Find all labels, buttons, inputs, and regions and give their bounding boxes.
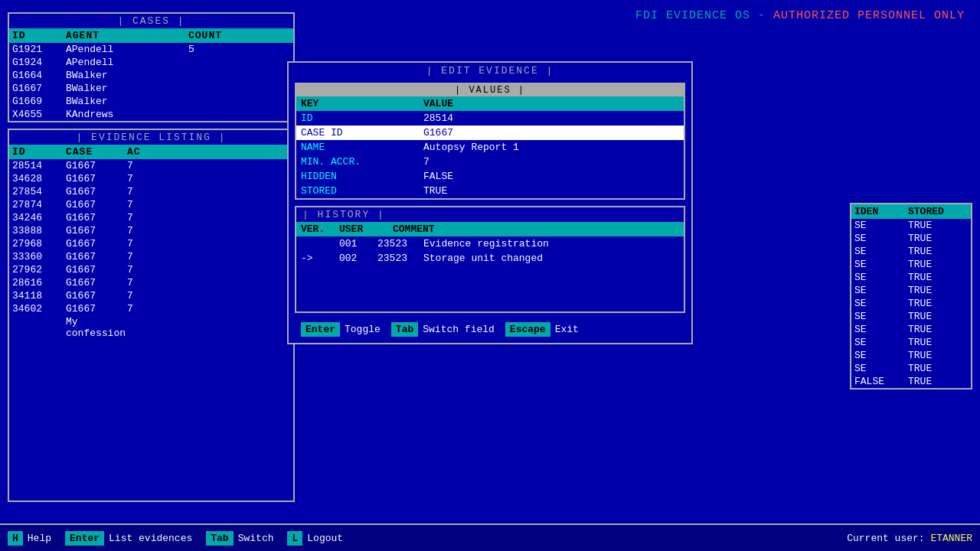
cases-table-header: ID AGENT COUNT [9, 28, 293, 43]
evidence-col-ac: AC [127, 146, 158, 158]
evidence-cell-id: 28514 [12, 160, 66, 171]
right-cell-stored: TRUE [908, 259, 977, 270]
right-partial-row: SE TRUE [851, 323, 971, 336]
evidence-table-row[interactable]: 28514 G1667 7 [9, 159, 293, 172]
values-data-row[interactable]: STORED TRUE [296, 184, 684, 198]
history-user: 23523 [377, 238, 423, 249]
shortcut-enter-key[interactable]: Enter [301, 322, 340, 337]
values-field-value: FALSE [423, 171, 679, 182]
status-key-enter[interactable]: Enter [65, 531, 104, 546]
values-data-row[interactable]: MIN. ACCR. 7 [296, 155, 684, 169]
status-key-h[interactable]: H [8, 531, 23, 546]
right-cell-iden: SE [854, 285, 908, 296]
current-user: Current user: ETANNER [847, 533, 972, 544]
right-partial-panel: IDEN STORED SE TRUESE TRUESE TRUESE TRUE… [850, 203, 972, 390]
right-cell-iden: SE [854, 233, 908, 244]
history-table-row: 001 23523 Evidence registration [296, 236, 684, 251]
cases-cell-count: 5 [188, 44, 250, 55]
shortcut-tab-key[interactable]: Tab [391, 322, 418, 337]
right-cell-iden: SE [854, 298, 908, 309]
evidence-cell-case: G1667 [66, 251, 127, 262]
status-label-help: Help [28, 533, 51, 544]
right-cell-stored: TRUE [908, 220, 977, 231]
evidence-cell-id: 27854 [12, 186, 66, 197]
right-cell-stored: TRUE [908, 311, 977, 322]
values-field-key: CASE ID [301, 127, 423, 139]
history-ver: 001 [339, 238, 377, 249]
cases-table-row[interactable]: G1667 BWalker [9, 82, 293, 95]
header-bar: FDI EVIDENCE OS - AUTHORIZED PERSONNEL O… [0, 0, 980, 12]
evidence-table-row[interactable]: 33888 G1667 7 [9, 224, 293, 237]
shortcut-tab-label: Switch field [423, 324, 495, 335]
evidence-bottom-id [12, 316, 66, 339]
evidence-cell-id: 27874 [12, 199, 66, 210]
evidence-cell-ac: 7 [127, 251, 158, 262]
evidence-table-row[interactable]: 33360 G1667 7 [9, 250, 293, 263]
cases-table-row[interactable]: G1924 APendell [9, 56, 293, 69]
values-data-row[interactable]: CASE ID G1667 [296, 126, 684, 140]
cases-cell-agent: APendell [66, 44, 188, 55]
evidence-cell-id: 34628 [12, 173, 66, 184]
evidence-table-row[interactable]: 34246 G1667 7 [9, 211, 293, 224]
evidence-table-row[interactable]: 34118 G1667 7 [9, 289, 293, 302]
evidence-bottom-row: My confession [9, 315, 293, 340]
evidence-table-row[interactable]: 34602 G1667 7 [9, 302, 293, 315]
evidence-cell-ac: 7 [127, 173, 158, 184]
cases-table-row[interactable]: G1669 BWalker [9, 95, 293, 108]
cases-col-agent: AGENT [66, 30, 188, 41]
evidence-cell-case: G1667 [66, 303, 127, 315]
status-key-tab[interactable]: Tab [206, 531, 233, 546]
history-table-row: -> 002 23523 Storage unit changed [296, 251, 684, 266]
evidence-cell-ac: 7 [127, 290, 158, 302]
values-data-row[interactable]: ID 28514 [296, 111, 684, 126]
right-partial-row: SE TRUE [851, 245, 971, 258]
values-data-row[interactable]: HIDDEN FALSE [296, 169, 684, 184]
evidence-cell-case: G1667 [66, 186, 127, 197]
cases-table-row[interactable]: G1664 BWalker [9, 69, 293, 82]
evidence-cell-case: G1667 [66, 225, 127, 236]
cases-cell-id: G1669 [12, 96, 66, 107]
evidence-cell-case: G1667 [66, 238, 127, 249]
cases-panel: | CASES | ID AGENT COUNT G1921 APendell … [8, 12, 295, 122]
evidence-cell-id: 27968 [12, 238, 66, 249]
shortcut-escape-key[interactable]: Escape [505, 322, 550, 337]
cases-cell-count [188, 96, 250, 107]
header-authorized: AUTHORIZED PERSONNEL ONLY [773, 9, 965, 22]
screen: FDI EVIDENCE OS - AUTHORIZED PERSONNEL O… [0, 0, 980, 551]
evidence-cell-id: 33888 [12, 225, 66, 236]
right-cell-iden: SE [854, 311, 908, 322]
values-header-row: KEY VALUE [296, 96, 684, 111]
cases-cell-agent: KAndrews [66, 109, 188, 120]
cases-cell-agent: APendell [66, 57, 188, 68]
history-section: | HISTORY | VER. USER COMMENT 001 23523 … [295, 206, 685, 313]
right-cell-iden: SE [854, 337, 908, 348]
values-field-key: NAME [301, 142, 423, 153]
right-cell-iden: SE [854, 363, 908, 374]
evidence-cell-id: 33360 [12, 251, 66, 262]
evidence-cell-ac: 7 [127, 186, 158, 197]
values-field-value: G1667 [423, 127, 679, 139]
evidence-panel-title: | EVIDENCE LISTING | [9, 130, 293, 145]
evidence-table-row[interactable]: 27854 G1667 7 [9, 185, 293, 198]
right-partial-row: SE TRUE [851, 336, 971, 349]
values-data-row[interactable]: NAME Autopsy Report 1 [296, 140, 684, 155]
evidence-listing-panel: | EVIDENCE LISTING | ID CASE AC 28514 G1… [8, 129, 295, 502]
evidence-table-row[interactable]: 27968 G1667 7 [9, 237, 293, 250]
cases-table-row[interactable]: X4655 KAndrews [9, 108, 293, 121]
cases-cell-agent: BWalker [66, 83, 188, 94]
right-partial-bottom-row: FALSE TRUE [851, 375, 971, 388]
values-field-value: 7 [423, 156, 679, 168]
cases-cell-count [188, 83, 250, 94]
evidence-table-row[interactable]: 34628 G1667 7 [9, 172, 293, 185]
status-key-l[interactable]: L [287, 531, 302, 546]
right-partial-row: SE TRUE [851, 284, 971, 297]
evidence-table-row[interactable]: 27962 G1667 7 [9, 263, 293, 276]
cases-cell-id: G1664 [12, 70, 66, 81]
values-col-key: KEY [301, 98, 423, 109]
right-col-stored: STORED [908, 206, 977, 217]
evidence-table-row[interactable]: 28616 G1667 7 [9, 276, 293, 289]
right-cell-stored: TRUE [908, 285, 977, 296]
evidence-table-row[interactable]: 27874 G1667 7 [9, 198, 293, 211]
cases-table-row[interactable]: G1921 APendell 5 [9, 43, 293, 56]
current-user-value: ETANNER [930, 533, 972, 544]
